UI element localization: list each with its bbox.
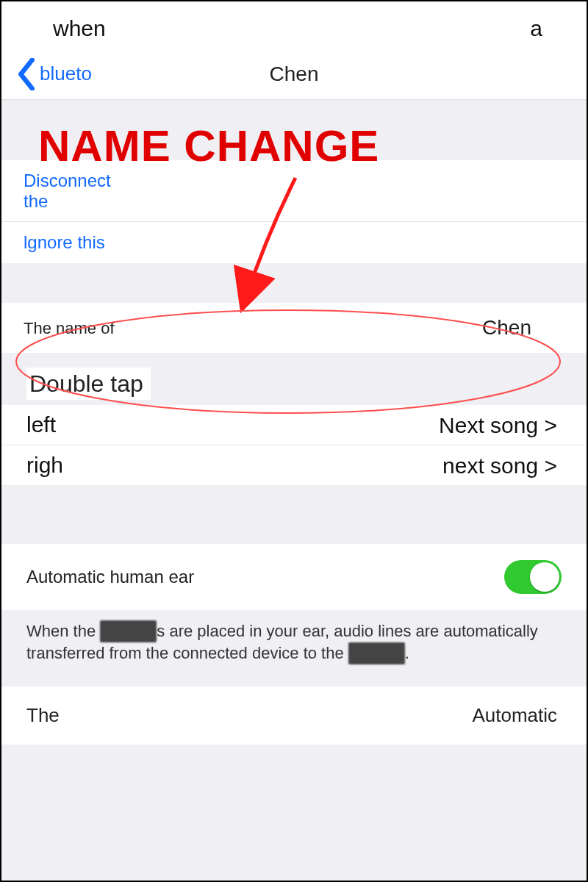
- dt-left-value: Next song >: [439, 413, 557, 437]
- dt-right-value: next song >: [442, 453, 557, 478]
- ignore-button[interactable]: lgnore this: [1, 222, 587, 263]
- back-button[interactable]: blueto: [1, 58, 92, 90]
- double-tap-left-row[interactable]: left Next song >: [1, 405, 587, 445]
- name-label: The name of: [24, 319, 115, 337]
- top-left-label: when: [53, 16, 106, 41]
- double-tap-header: Double tap: [1, 353, 587, 405]
- dt-left-label: left: [26, 412, 56, 437]
- name-value: Chen: [482, 316, 531, 340]
- redacted-word-1: AirPods: [100, 620, 157, 642]
- chevron-left-icon: [16, 58, 37, 90]
- ignore-label: lgnore this: [24, 232, 105, 252]
- toggle-knob: [530, 562, 559, 592]
- disconnect-button[interactable]: Disconnect the: [1, 160, 587, 222]
- name-row[interactable]: The name of Chen: [1, 303, 587, 353]
- dt-right-label: righ: [26, 453, 63, 478]
- status-top-row: when a: [1, 1, 587, 49]
- bottom-value: Automatic: [472, 704, 557, 727]
- back-label: blueto: [40, 62, 92, 85]
- auto-ear-description: When the AirPodss are placed in your ear…: [1, 610, 587, 686]
- nav-bar: blueto Chen: [1, 49, 587, 100]
- double-tap-right-row[interactable]: righ next song >: [1, 445, 587, 485]
- top-right-label: a: [530, 16, 542, 41]
- bottom-label: The: [26, 704, 60, 727]
- disconnect-label: Disconnect the: [24, 171, 112, 211]
- redacted-word-2: AirPods: [348, 642, 405, 664]
- auto-ear-label: Automatic human ear: [26, 567, 194, 587]
- auto-ear-toggle[interactable]: [504, 560, 562, 594]
- bottom-row[interactable]: The Automatic: [1, 686, 587, 745]
- auto-ear-row: Automatic human ear: [1, 544, 587, 610]
